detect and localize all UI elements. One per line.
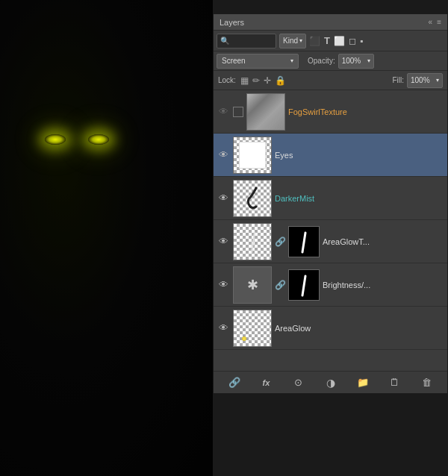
- layer-name: Brightness/...: [323, 281, 444, 289]
- svg-line-0: [252, 233, 255, 252]
- svg-line-2: [302, 276, 305, 295]
- layer-item[interactable]: 👁 ✱ 🔗 Brightness/...: [214, 263, 447, 307]
- layer-name: FogSwirlTexture: [288, 107, 444, 116]
- layer-name: DarkerMist: [275, 194, 444, 203]
- layer-visibility-toggle[interactable]: 👁: [217, 192, 230, 204]
- blend-mode-value: Screen: [222, 57, 246, 65]
- layer-mask-thumbnail: [288, 269, 320, 301]
- layer-thumbnail: [233, 180, 272, 217]
- blend-opacity-row: Screen ▾ Opacity: 100% ▾: [214, 51, 447, 71]
- fill-label: Fill:: [392, 76, 404, 84]
- opacity-input[interactable]: 100% ▾: [338, 54, 374, 69]
- layer-link-icon: 🔗: [275, 280, 285, 290]
- opacity-label: Opacity:: [308, 57, 335, 65]
- new-layer-icon[interactable]: 🗒: [387, 375, 403, 391]
- layer-name: AreaGlowT...: [323, 237, 444, 246]
- shape-filter-icon[interactable]: ⬜: [334, 36, 345, 46]
- search-icon: 🔍: [220, 37, 229, 45]
- layer-link-icon: 🔗: [275, 237, 285, 247]
- svg-line-1: [302, 233, 305, 252]
- kind-label: Kind: [283, 37, 298, 45]
- layers-panel: Layers « ≡ 🔍 Kind ▾ ⬛ T ⬜ ◻ ▪ Screen ▾ O…: [213, 13, 448, 394]
- canvas-background: [0, 0, 213, 476]
- left-eye: [45, 134, 66, 145]
- layer-item[interactable]: 👁 FogSwirlTexture: [214, 90, 447, 134]
- layer-visibility-toggle[interactable]: 👁: [217, 322, 230, 333]
- opacity-control: Opacity: 100% ▾: [308, 54, 374, 69]
- layer-item[interactable]: 👁 AreaGlow: [214, 307, 447, 350]
- lock-icons: ▦ ✏ ✛ 🔒: [240, 75, 286, 86]
- lock-position-icon[interactable]: ✛: [264, 75, 271, 86]
- opacity-arrow: ▾: [367, 57, 370, 64]
- link-icon[interactable]: 🔗: [226, 375, 243, 391]
- lock-label: Lock:: [218, 76, 236, 84]
- lock-all-icon[interactable]: 🔒: [275, 75, 286, 86]
- smart-filter-icon[interactable]: ◻: [349, 36, 356, 46]
- fx-button[interactable]: fx: [258, 375, 275, 391]
- dark-overlay: [0, 0, 213, 476]
- blend-mode-dropdown[interactable]: Screen ▾: [217, 54, 299, 69]
- panel-controls: « ≡: [429, 18, 441, 26]
- layer-item[interactable]: 👁 DarkerMist: [214, 177, 447, 220]
- lock-pixels-icon[interactable]: ✏: [252, 75, 260, 86]
- adjustment-filter-icon[interactable]: ▪: [360, 36, 363, 46]
- delete-layer-icon[interactable]: 🗑: [419, 375, 435, 391]
- panel-title: Layers: [220, 18, 244, 27]
- fill-input[interactable]: 100% ▾: [407, 73, 443, 88]
- fill-value: 100%: [411, 76, 430, 84]
- filter-toolbar-row: 🔍 Kind ▾ ⬛ T ⬜ ◻ ▪: [214, 31, 447, 51]
- filter-search-box[interactable]: 🔍: [217, 34, 276, 48]
- panel-title-bar: Layers « ≡: [214, 14, 447, 31]
- adjustment-layer-icon: ✱: [233, 266, 272, 304]
- layer-visibility-toggle[interactable]: 👁: [217, 279, 230, 290]
- layer-checkbox[interactable]: [233, 107, 243, 117]
- blend-mode-arrow: ▾: [290, 57, 293, 64]
- opacity-value: 100%: [342, 57, 361, 65]
- layer-mask-thumbnail: [288, 226, 320, 257]
- filter-icons: ⬛ T ⬜ ◻ ▪: [309, 35, 363, 46]
- pixel-filter-icon[interactable]: ⬛: [309, 36, 320, 46]
- fill-arrow: ▾: [436, 77, 439, 84]
- layer-item[interactable]: 👁 Eyes: [214, 134, 447, 177]
- layer-visibility-toggle[interactable]: 👁: [217, 236, 230, 247]
- collapse-icon[interactable]: «: [429, 18, 433, 26]
- lock-fill-row: Lock: ▦ ✏ ✛ 🔒 Fill: 100% ▾: [214, 71, 447, 90]
- layer-name: Eyes: [275, 151, 444, 160]
- layer-thumbnail: [246, 93, 285, 131]
- layer-visibility-toggle[interactable]: 👁: [217, 106, 230, 117]
- panel-menu-icon[interactable]: ≡: [437, 18, 441, 26]
- layer-item[interactable]: 👁 🔗 AreaGlowT...: [214, 220, 447, 263]
- kind-dropdown-arrow: ▾: [299, 37, 302, 44]
- cat-eyes: [45, 134, 109, 145]
- new-group-icon[interactable]: 📁: [355, 375, 371, 391]
- lock-transparent-icon[interactable]: ▦: [240, 75, 249, 86]
- panel-footer: 🔗 fx ⊙ ◑ 📁 🗒 🗑: [214, 371, 447, 393]
- add-mask-icon[interactable]: ◑: [323, 375, 339, 391]
- layers-list: 👁 FogSwirlTexture 👁 Eyes 👁: [214, 90, 447, 371]
- fill-control: Fill: 100% ▾: [392, 73, 443, 88]
- layer-thumbnail: [233, 137, 272, 174]
- layer-thumbnail: [233, 310, 272, 347]
- layer-name: AreaGlow: [275, 324, 444, 333]
- layer-thumbnail: [233, 223, 272, 260]
- layer-visibility-toggle[interactable]: 👁: [217, 149, 230, 160]
- right-eye: [88, 134, 109, 145]
- kind-dropdown[interactable]: Kind ▾: [279, 34, 306, 48]
- new-fill-layer-icon[interactable]: ⊙: [290, 375, 307, 391]
- type-filter-icon[interactable]: T: [324, 35, 330, 46]
- svg-point-3: [242, 336, 246, 341]
